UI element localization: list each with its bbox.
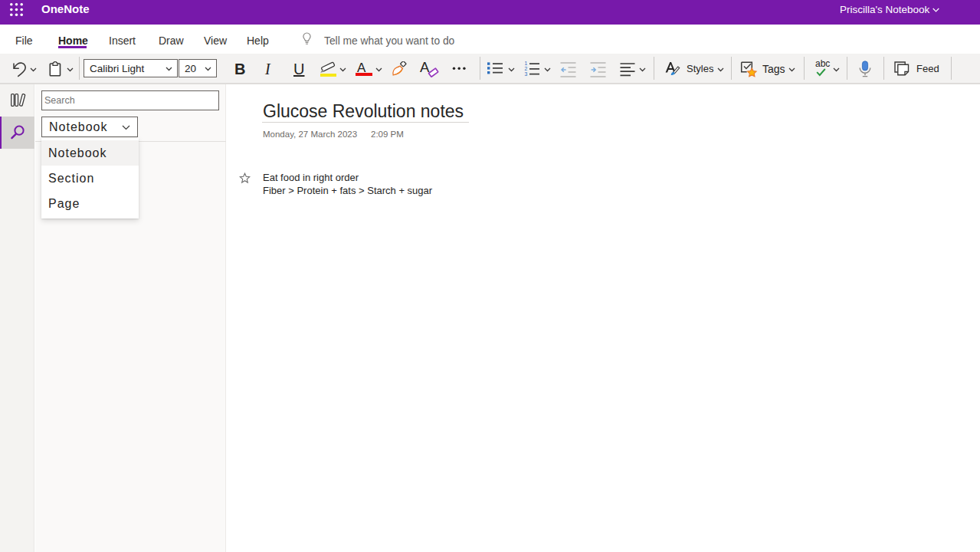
svg-text:3: 3 [524, 71, 527, 77]
